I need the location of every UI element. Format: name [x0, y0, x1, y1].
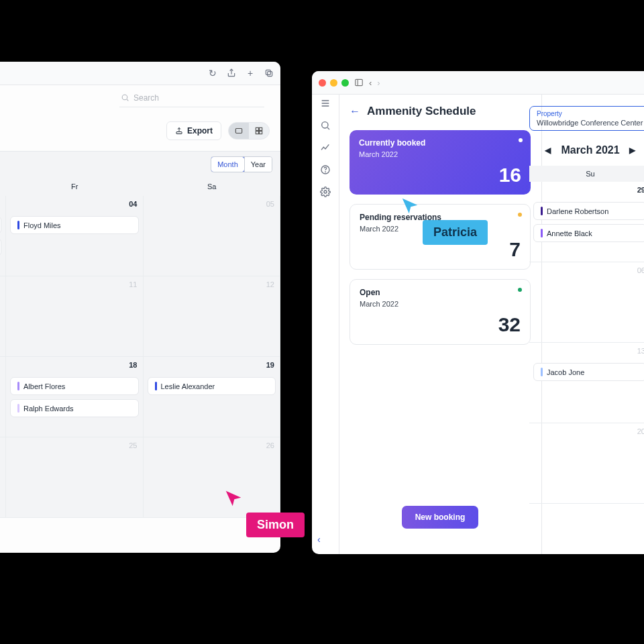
calendar-cell[interactable]: 19Leslie Alexander	[144, 357, 281, 437]
event-label: Floyd Miles	[23, 221, 61, 229]
sidebar-icon[interactable]	[354, 78, 364, 87]
card-subtitle: March 2022	[360, 225, 521, 233]
calendar-cell[interactable]: 03Jerome BellSavannah Nguyen	[0, 196, 6, 276]
svg-rect-7	[256, 131, 258, 134]
window-chrome: ‹ ›	[312, 71, 644, 95]
card-title: Pending reservations	[360, 213, 521, 222]
segment-month[interactable]: Month	[211, 156, 245, 172]
svg-rect-5	[256, 127, 258, 130]
day-number: 06	[637, 266, 644, 274]
day-number: 11	[129, 280, 137, 288]
settings-icon[interactable]	[320, 186, 331, 199]
back-arrow-icon[interactable]: ←	[350, 105, 360, 117]
view-toggle[interactable]	[228, 122, 270, 140]
event-label: Jacob Jone	[547, 368, 584, 376]
svg-point-10	[322, 122, 328, 128]
svg-point-12	[325, 172, 326, 172]
view-card-icon[interactable]	[229, 123, 249, 139]
card-value: 7	[360, 238, 521, 261]
search-icon	[121, 93, 129, 102]
calendar-event[interactable]: Jacob Jone	[533, 363, 644, 381]
calendar-cell[interactable]: 10	[0, 276, 6, 357]
calendar-cell[interactable]: 20	[529, 423, 644, 504]
month-title: March 2021	[561, 144, 619, 156]
day-number: 19	[266, 361, 274, 369]
summary-card[interactable]: Currently bookedMarch 202216	[350, 130, 531, 195]
segment-year[interactable]: Year	[244, 157, 272, 172]
refresh-icon[interactable]: ↻	[208, 68, 217, 78]
calendar-cell[interactable]: 04Floyd Miles	[6, 196, 144, 276]
export-label: Export	[187, 126, 213, 136]
calendar-event[interactable]: Jerome Bell	[0, 216, 1, 234]
event-label: Ralph Edwards	[23, 405, 74, 413]
day-number: 18	[129, 361, 137, 369]
summary-card[interactable]: Pending reservationsMarch 20227	[350, 204, 531, 270]
calendar-event[interactable]: Leslie Alexander	[148, 377, 276, 395]
event-label: Darlene Robertson	[547, 207, 608, 215]
event-label: Leslie Alexander	[161, 382, 215, 390]
collapse-sidebar-icon[interactable]: ‹	[317, 534, 321, 545]
share-icon[interactable]	[227, 68, 236, 78]
back-icon[interactable]: ‹	[369, 78, 372, 88]
day-of-week: Su	[529, 166, 644, 182]
search-icon[interactable]	[320, 120, 331, 133]
day-number: 12	[266, 280, 274, 288]
property-select[interactable]: Property Willowbridge Conference Center	[529, 106, 644, 131]
period-segment[interactable]: Month Year	[211, 156, 272, 172]
day-number: 13	[637, 347, 644, 355]
calendar-event[interactable]: Albert Flores	[10, 377, 139, 395]
calendar-cell[interactable]: 11	[6, 276, 144, 357]
svg-rect-3	[176, 132, 182, 134]
svg-point-2	[122, 95, 127, 100]
day-of-week: Sa	[144, 177, 281, 196]
event-label: Albert Flores	[23, 382, 65, 390]
prev-month-icon[interactable]: ◀	[545, 146, 551, 155]
property-calendar: Property Willowbridge Conference Center …	[520, 94, 644, 554]
amenity-window: ‹ › ‹ ← Ammenity Schedule Currently book…	[312, 71, 644, 554]
calendar-event[interactable]: Floyd Miles	[10, 216, 139, 234]
calendar-cell[interactable]: 06	[529, 262, 644, 343]
window-chrome: ↻ +	[0, 62, 280, 85]
event-label: Annette Black	[547, 229, 592, 237]
export-button[interactable]: Export	[166, 121, 221, 140]
day-number: 29	[637, 186, 644, 194]
next-month-icon[interactable]: ▶	[629, 146, 636, 155]
panel-title: Ammenity Schedule	[367, 105, 476, 118]
calendar-window: ↻ + Search Export	[0, 62, 280, 553]
nav-sidebar: ‹	[312, 94, 339, 554]
forward-icon[interactable]: ›	[377, 78, 380, 88]
card-title: Currently booked	[359, 138, 521, 148]
day-number: 26	[266, 441, 274, 449]
calendar-event[interactable]: Annette Black	[533, 224, 644, 242]
calendar-event[interactable]: Darlene Robertson	[533, 202, 644, 220]
copy-icon[interactable]	[264, 68, 274, 78]
view-grid-icon[interactable]	[249, 123, 269, 139]
card-subtitle: March 2022	[360, 300, 521, 308]
new-booking-button[interactable]: New booking	[402, 506, 479, 529]
calendar-cell[interactable]: 12	[144, 276, 281, 357]
calendar-cell[interactable]: 26	[144, 437, 281, 518]
analytics-icon[interactable]	[320, 142, 331, 155]
svg-rect-8	[260, 131, 262, 134]
amenity-panel: ← Ammenity Schedule Currently bookedMarc…	[339, 94, 542, 554]
traffic-lights[interactable]	[319, 79, 349, 87]
search-input[interactable]: Search	[119, 91, 264, 107]
calendar-cell[interactable]: 25	[6, 437, 144, 518]
summary-card[interactable]: OpenMarch 202232	[350, 279, 531, 345]
calendar-cell[interactable]: 29Darlene RobertsonAnnette Black	[529, 182, 644, 262]
new-booking-label: New booking	[415, 513, 466, 522]
svg-rect-6	[260, 127, 262, 130]
calendar-cell[interactable]: 17	[0, 357, 6, 437]
plus-icon[interactable]: +	[246, 68, 255, 78]
calendar-event[interactable]: Ralph Edwards	[10, 399, 139, 417]
calendar-cell[interactable]: 13Jacob Jone	[529, 343, 644, 423]
calendar-cell[interactable]: 24	[0, 437, 6, 518]
calendar-cell[interactable]: 18Albert FloresRalph Edwards	[6, 357, 144, 437]
calendar-cell[interactable]: 05	[144, 196, 281, 276]
day-of-week: Th	[0, 177, 6, 196]
menu-icon[interactable]	[320, 98, 331, 111]
help-icon[interactable]	[320, 164, 331, 177]
calendar-event[interactable]: Savannah Nguyen	[0, 238, 1, 256]
svg-rect-9	[356, 79, 363, 85]
day-number: 25	[129, 441, 137, 449]
